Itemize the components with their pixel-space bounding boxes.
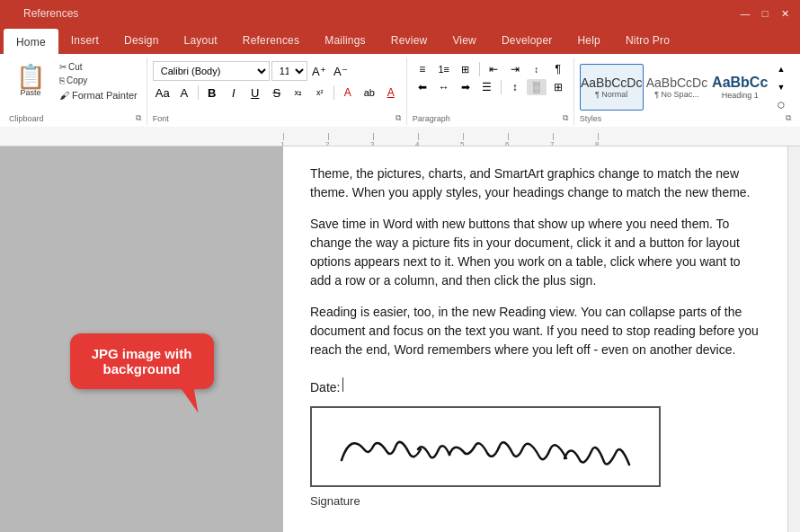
paste-button[interactable]: 📋 Paste bbox=[9, 61, 52, 101]
bold-button[interactable]: B bbox=[202, 83, 222, 102]
tab-mailings[interactable]: Mailings bbox=[312, 27, 378, 54]
font-expand-icon[interactable]: ⧉ bbox=[396, 113, 401, 123]
style-nospace-preview: AaBbCcDc bbox=[646, 75, 707, 90]
minimize-icon[interactable]: — bbox=[739, 7, 751, 20]
ruler-tick-5: 5 bbox=[463, 133, 508, 140]
clipboard-sub-buttons: ✂ Cut ⎘ Copy 🖌 Format Painter bbox=[56, 61, 141, 102]
styles-row: AaBbCcDc ¶ Normal AaBbCcDc ¶ No Spac... … bbox=[580, 61, 791, 113]
styles-group-label: Styles ⧉ bbox=[580, 113, 791, 123]
clipboard-group: 📋 Paste ✂ Cut ⎘ Copy 🖌 Format Painter bbox=[4, 58, 147, 125]
justify-button[interactable]: ☰ bbox=[477, 79, 497, 95]
subscript-button[interactable]: x₂ bbox=[289, 83, 308, 102]
vertical-scrollbar[interactable] bbox=[787, 146, 800, 532]
style-nospace-label: ¶ No Spac... bbox=[654, 90, 698, 99]
highlight-button[interactable]: ab bbox=[360, 83, 379, 102]
tab-home[interactable]: Home bbox=[4, 29, 58, 56]
bullets-button[interactable]: ≡ bbox=[413, 61, 432, 77]
clipboard-top: 📋 Paste ✂ Cut ⎘ Copy 🖌 Format Painter bbox=[9, 61, 141, 113]
show-formatting-button[interactable]: ¶ bbox=[548, 61, 568, 77]
change-case-button[interactable]: Aа bbox=[153, 83, 173, 102]
align-left-button[interactable]: ⬅︎ bbox=[413, 79, 432, 95]
line-spacing-button[interactable]: ↕ bbox=[505, 79, 525, 95]
paste-label: Paste bbox=[20, 88, 40, 97]
borders-button[interactable]: ⊞ bbox=[548, 79, 568, 95]
cut-button[interactable]: ✂ Cut bbox=[56, 61, 141, 73]
font-color-button[interactable]: A bbox=[381, 83, 401, 102]
font-size-select[interactable]: 11 bbox=[271, 61, 307, 81]
font-group-label: Font ⧉ bbox=[153, 113, 401, 123]
styles-expand-icon[interactable]: ⧉ bbox=[786, 113, 791, 123]
underline-button[interactable]: U bbox=[245, 83, 265, 102]
ruler-tick-4: 4 bbox=[418, 133, 463, 140]
ribbon-tabs: Home Insert Design Layout References Mai… bbox=[0, 27, 800, 54]
styles-scroll-down-button[interactable]: ▼ bbox=[771, 79, 791, 95]
copy-label: Copy bbox=[67, 75, 87, 85]
superscript-button[interactable]: x² bbox=[310, 83, 330, 102]
tab-design[interactable]: Design bbox=[111, 27, 172, 54]
increase-indent-button[interactable]: ⇥ bbox=[505, 61, 525, 77]
align-center-button[interactable]: ↔ bbox=[434, 79, 454, 95]
font-row-1: Calibri (Body) 11 A⁺ A⁻ bbox=[153, 61, 401, 81]
ruler-tick-8: 8 bbox=[598, 133, 643, 140]
tab-view[interactable]: View bbox=[440, 27, 489, 54]
decrease-indent-button[interactable]: ⇤ bbox=[484, 61, 503, 77]
styles-more-button[interactable]: ⬡ bbox=[771, 97, 791, 113]
tab-help[interactable]: Help bbox=[564, 27, 612, 54]
strikethrough-button[interactable]: S bbox=[267, 83, 287, 102]
copy-button[interactable]: ⎘ Copy bbox=[56, 75, 141, 86]
title-tabs: References bbox=[9, 0, 93, 27]
paragraph-expand-icon[interactable]: ⧉ bbox=[563, 113, 568, 123]
paste-icon: 📋 bbox=[16, 65, 45, 88]
ruler-tick-1: 1 bbox=[283, 133, 328, 140]
para-row-2: ⬅︎ ↔ ➡ ☰ ↕ ░ ⊞ bbox=[413, 79, 568, 95]
ruler-tick-7: 7 bbox=[553, 133, 598, 140]
style-heading-preview: AaBbCc bbox=[712, 75, 768, 91]
tab-developer[interactable]: Developer bbox=[489, 27, 565, 54]
shading-button[interactable]: ░ bbox=[527, 79, 547, 95]
multilevel-button[interactable]: ⊞ bbox=[456, 61, 476, 77]
date-line: Date: bbox=[310, 377, 760, 397]
tab-layout[interactable]: Layout bbox=[172, 27, 230, 54]
font-name-select[interactable]: Calibri (Body) bbox=[153, 61, 270, 81]
maximize-icon[interactable]: □ bbox=[759, 7, 771, 20]
ruler-tick-6: 6 bbox=[508, 133, 553, 140]
clear-format-button[interactable]: A bbox=[174, 83, 194, 102]
text-effects-button[interactable]: A bbox=[338, 83, 358, 102]
tab-review[interactable]: Review bbox=[378, 27, 440, 54]
style-heading-label: Heading 1 bbox=[722, 91, 759, 100]
font-group: Calibri (Body) 11 A⁺ A⁻ Aа A B I U S x₂ … bbox=[147, 58, 407, 125]
tab-insert[interactable]: Insert bbox=[58, 27, 111, 54]
date-label: Date: bbox=[310, 378, 340, 397]
align-right-button[interactable]: ➡ bbox=[456, 79, 476, 95]
style-heading1-button[interactable]: AaBbCc Heading 1 bbox=[710, 64, 769, 111]
separator-2 bbox=[333, 85, 334, 100]
ruler-inner: 1 2 3 4 5 6 7 8 bbox=[283, 133, 643, 140]
paragraph-1: Theme, the pictures, charts, and SmartAr… bbox=[310, 164, 760, 202]
styles-scroll-controls: ▲ ▼ ⬡ bbox=[771, 61, 791, 113]
styles-group: AaBbCcDc ¶ Normal AaBbCcDc ¶ No Spac... … bbox=[574, 58, 796, 125]
styles-scroll-up-button[interactable]: ▲ bbox=[771, 61, 791, 77]
italic-button[interactable]: I bbox=[224, 83, 244, 102]
tab-nitro[interactable]: Nitro Pro bbox=[613, 27, 682, 54]
numbering-button[interactable]: 1≡ bbox=[434, 61, 454, 77]
close-icon[interactable]: ✕ bbox=[778, 7, 791, 20]
increase-font-button[interactable]: A⁺ bbox=[309, 61, 329, 81]
ruler: 1 2 3 4 5 6 7 8 bbox=[0, 127, 800, 146]
document-area[interactable]: Theme, the pictures, charts, and SmartAr… bbox=[283, 146, 787, 532]
decrease-font-button[interactable]: A⁻ bbox=[331, 61, 351, 81]
para-sep-2 bbox=[501, 80, 502, 94]
para-sep-1 bbox=[479, 62, 480, 76]
left-panel: JPG image with background bbox=[0, 146, 283, 532]
style-normal-button[interactable]: AaBbCcDc ¶ Normal bbox=[580, 64, 644, 111]
format-painter-button[interactable]: 🖌 Format Painter bbox=[56, 88, 141, 102]
style-normal-label: ¶ Normal bbox=[595, 90, 627, 99]
title-tab-references[interactable]: References bbox=[9, 0, 93, 27]
style-nospace-button[interactable]: AaBbCcDc ¶ No Spac... bbox=[645, 64, 709, 111]
sort-button[interactable]: ↕ bbox=[527, 61, 547, 77]
clipboard-expand-icon[interactable]: ⧉ bbox=[136, 113, 141, 123]
tab-references[interactable]: References bbox=[230, 27, 312, 54]
style-normal-preview: AaBbCcDc bbox=[581, 75, 642, 90]
cut-label: Cut bbox=[68, 62, 83, 72]
ruler-tick-3: 3 bbox=[373, 133, 418, 140]
font-row-2: Aа A B I U S x₂ x² A ab A bbox=[153, 83, 401, 102]
